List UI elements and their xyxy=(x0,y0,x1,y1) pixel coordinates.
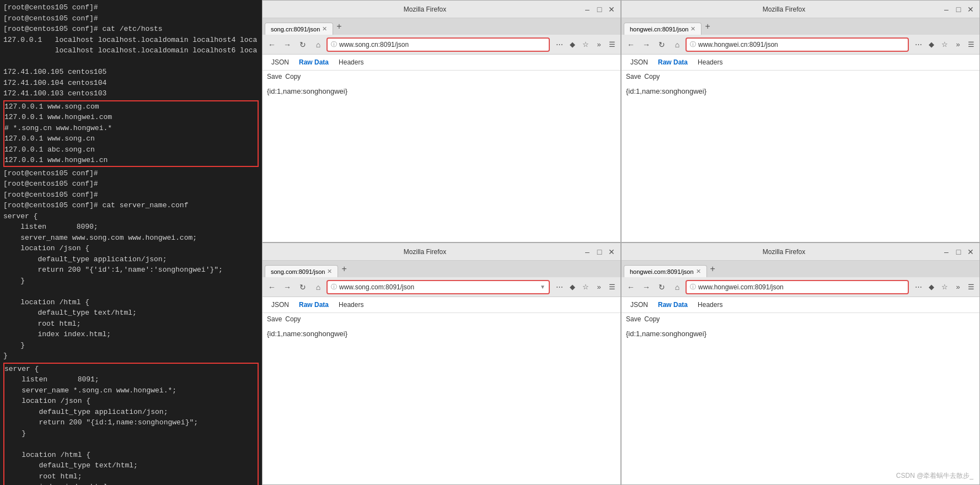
response-content: {id:1,name:songhongwei} xyxy=(622,325,979,484)
active-tab[interactable]: hongwei.cn:8091/json ✕ xyxy=(624,23,701,35)
bookmark-icon[interactable]: ☆ xyxy=(580,39,592,51)
subtab-json[interactable]: JSON xyxy=(267,57,293,68)
maximize-button[interactable]: □ xyxy=(954,5,963,14)
new-tab-button[interactable]: + xyxy=(701,19,713,34)
close-button[interactable]: ✕ xyxy=(607,5,616,14)
reload-button[interactable]: ↻ xyxy=(296,37,310,52)
url-text: www.hongwei.com:8091/json xyxy=(698,283,904,291)
menu-icon[interactable]: ☰ xyxy=(606,39,618,51)
tab-close-icon[interactable]: ✕ xyxy=(696,268,701,275)
subtabs: JSON Raw Data Headers xyxy=(263,297,620,313)
maximize-button[interactable]: □ xyxy=(595,5,604,14)
reload-button[interactable]: ↻ xyxy=(655,37,669,52)
extensions-icon[interactable]: » xyxy=(593,281,605,293)
minimize-button[interactable]: – xyxy=(942,247,951,256)
extensions-icon[interactable]: » xyxy=(952,281,964,293)
save-button[interactable]: Save xyxy=(267,73,282,80)
forward-button[interactable]: → xyxy=(280,37,294,52)
copy-button[interactable]: Copy xyxy=(644,315,660,323)
toolbar-extra: ⋯ ◆ ☆ » ☰ xyxy=(910,39,977,51)
browsers-grid: Mozilla Firefox – □ ✕ song.cn:8091/json … xyxy=(262,0,980,485)
more-button[interactable]: ⋯ xyxy=(912,39,924,51)
minimize-button[interactable]: – xyxy=(942,5,951,14)
save-button[interactable]: Save xyxy=(626,73,641,80)
active-tab[interactable]: song.com:8091/json ✕ xyxy=(265,265,338,277)
active-tab[interactable]: hongwei.com:8091/json ✕ xyxy=(624,265,707,277)
browser-top-right: Mozilla Firefox – □ ✕ hongwei.cn:8091/js… xyxy=(621,0,980,242)
url-bar[interactable]: ⓘ www.hongwei.cn:8091/json xyxy=(686,37,909,52)
more-button[interactable]: ⋯ xyxy=(553,39,565,51)
home-button[interactable]: ⌂ xyxy=(311,280,325,294)
bookmark-icon[interactable]: ☆ xyxy=(939,281,951,293)
menu-icon[interactable]: ☰ xyxy=(965,39,977,51)
subtab-rawdata[interactable]: Raw Data xyxy=(294,57,333,68)
url-bar[interactable]: ⓘ www.song.com:8091/json ▼ xyxy=(326,280,550,294)
subtab-rawdata[interactable]: Raw Data xyxy=(654,299,692,310)
forward-button[interactable]: → xyxy=(280,280,294,294)
forward-button[interactable]: → xyxy=(639,280,654,294)
subtab-headers[interactable]: Headers xyxy=(334,299,368,310)
maximize-button[interactable]: □ xyxy=(595,247,604,256)
tab-close-icon[interactable]: ✕ xyxy=(327,268,332,275)
action-bar: Save Copy xyxy=(263,71,620,83)
reload-button[interactable]: ↻ xyxy=(296,280,310,294)
bookmark-icon[interactable]: ☆ xyxy=(939,39,951,51)
maximize-button[interactable]: □ xyxy=(954,247,963,256)
url-bar[interactable]: ⓘ www.song.cn:8091/json xyxy=(326,37,550,52)
new-tab-button[interactable]: + xyxy=(333,19,345,34)
copy-button[interactable]: Copy xyxy=(285,315,301,323)
json-response: {id:1,name:songhongwei} xyxy=(626,330,706,338)
tab-bar: song.com:8091/json ✕ + xyxy=(263,261,620,277)
bookmark-icon[interactable]: ☆ xyxy=(580,281,592,293)
active-tab[interactable]: song.cn:8091/json ✕ xyxy=(265,23,333,35)
more-button[interactable]: ⋯ xyxy=(553,281,565,293)
reload-button[interactable]: ↻ xyxy=(655,280,669,294)
subtab-headers[interactable]: Headers xyxy=(693,57,727,68)
back-button[interactable]: ← xyxy=(265,280,279,294)
minimize-button[interactable]: – xyxy=(583,247,592,256)
tab-close-icon[interactable]: ✕ xyxy=(690,25,695,33)
home-button[interactable]: ⌂ xyxy=(670,37,684,52)
back-button[interactable]: ← xyxy=(624,280,638,294)
minimize-button[interactable]: – xyxy=(583,5,592,14)
watermark: CSDN @牵着蜗牛去散步_ xyxy=(896,471,973,481)
save-button[interactable]: Save xyxy=(267,315,282,323)
browser-top-left: Mozilla Firefox – □ ✕ song.cn:8091/json … xyxy=(262,0,621,242)
back-button[interactable]: ← xyxy=(265,37,279,52)
new-tab-button[interactable]: + xyxy=(707,262,719,276)
url-bar[interactable]: ⓘ www.hongwei.com:8091/json xyxy=(686,280,909,294)
more-button[interactable]: ⋯ xyxy=(912,281,924,293)
close-button[interactable]: ✕ xyxy=(607,247,616,256)
subtab-headers[interactable]: Headers xyxy=(693,299,727,310)
server-highlight: server { listen 8091; server_name *.song… xyxy=(3,363,259,486)
json-response: {id:1,name:songhongwei} xyxy=(267,330,347,338)
extensions-icon[interactable]: » xyxy=(593,39,605,51)
terminal-panel: [root@centos105 conf]# [root@centos105 c… xyxy=(0,0,262,485)
subtab-json[interactable]: JSON xyxy=(267,299,293,310)
back-button[interactable]: ← xyxy=(624,37,638,52)
subtab-json[interactable]: JSON xyxy=(626,299,652,310)
dropdown-icon[interactable]: ▼ xyxy=(540,284,545,290)
lock-icon: ⓘ xyxy=(331,40,337,48)
subtab-rawdata[interactable]: Raw Data xyxy=(654,57,692,68)
save-button[interactable]: Save xyxy=(626,315,641,323)
response-content: {id:1,name:songhongwei} xyxy=(263,83,620,242)
forward-button[interactable]: → xyxy=(639,37,654,52)
subtabs: JSON Raw Data Headers xyxy=(263,55,620,71)
close-button[interactable]: ✕ xyxy=(966,247,975,256)
menu-icon[interactable]: ☰ xyxy=(606,281,618,293)
terminal-content: [root@centos105 conf]# [root@centos105 c… xyxy=(3,2,259,99)
new-tab-button[interactable]: + xyxy=(338,262,350,276)
titlebar-title: Mozilla Firefox xyxy=(267,248,583,256)
subtab-headers[interactable]: Headers xyxy=(334,57,368,68)
menu-icon[interactable]: ☰ xyxy=(965,281,977,293)
tab-close-icon[interactable]: ✕ xyxy=(322,25,327,33)
close-button[interactable]: ✕ xyxy=(966,5,975,14)
home-button[interactable]: ⌂ xyxy=(670,280,684,294)
extensions-icon[interactable]: » xyxy=(952,39,964,51)
home-button[interactable]: ⌂ xyxy=(311,37,325,52)
subtab-rawdata[interactable]: Raw Data xyxy=(294,299,333,310)
copy-button[interactable]: Copy xyxy=(285,73,301,80)
subtab-json[interactable]: JSON xyxy=(626,57,652,68)
copy-button[interactable]: Copy xyxy=(644,73,660,80)
